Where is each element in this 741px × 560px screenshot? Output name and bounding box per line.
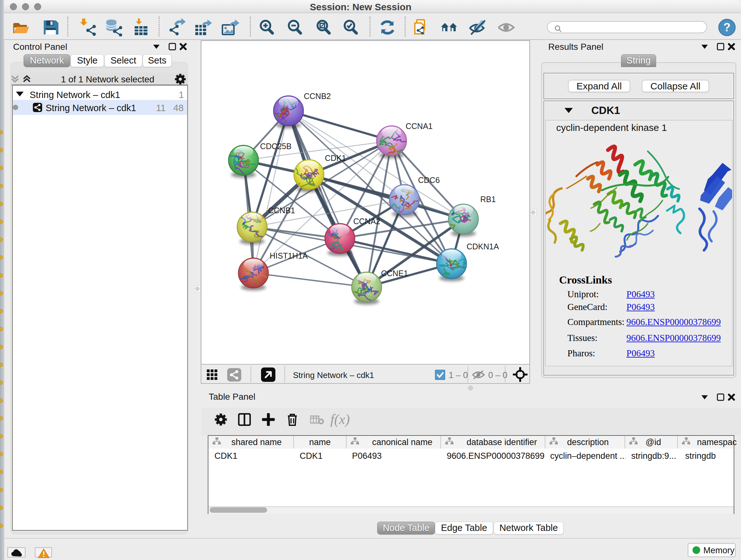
svg-text:CDK1: CDK1 <box>325 153 346 163</box>
svg-text:CDKN1A: CDKN1A <box>467 242 499 251</box>
svg-text:RB1: RB1 <box>480 195 496 204</box>
svg-text:CCNA2: CCNA2 <box>353 217 381 226</box>
svg-text:?: ? <box>724 21 731 34</box>
svg-text:CDC6: CDC6 <box>418 176 440 185</box>
svg-text:HIST1H1A: HIST1H1A <box>270 251 308 260</box>
svg-text:CDC25B: CDC25B <box>260 142 292 151</box>
svg-text:CCNB1: CCNB1 <box>268 206 295 215</box>
svg-text:CCNB2: CCNB2 <box>304 91 331 101</box>
svg-text:CCNA1: CCNA1 <box>406 122 433 131</box>
svg-text:CCNE1: CCNE1 <box>381 269 408 278</box>
